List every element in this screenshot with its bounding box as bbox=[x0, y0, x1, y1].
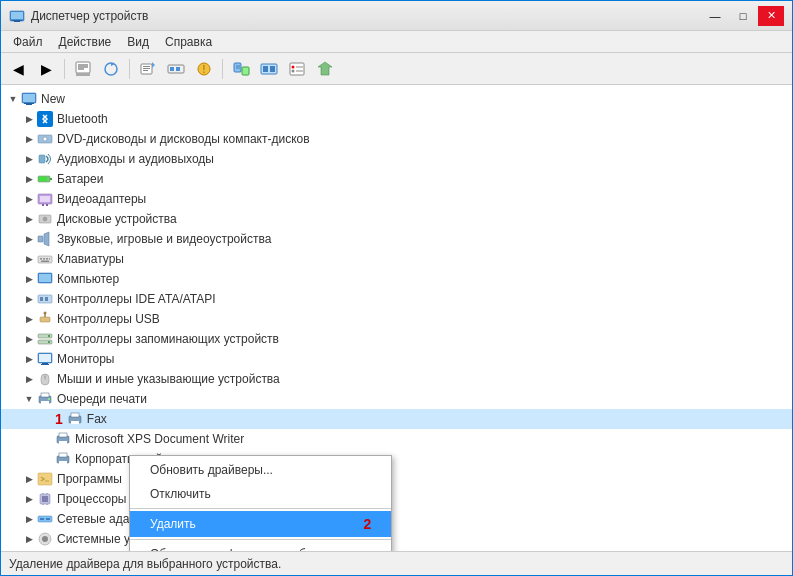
tree-item-disk[interactable]: ▶ Дисковые устройства bbox=[1, 209, 792, 229]
tree-item-computer2[interactable]: ▶ Компьютер bbox=[1, 269, 792, 289]
tree-item-battery[interactable]: ▶ Батареи bbox=[1, 169, 792, 189]
svg-rect-97 bbox=[40, 518, 44, 520]
maximize-button[interactable]: □ bbox=[730, 6, 756, 26]
tb-back[interactable]: ◀ bbox=[5, 57, 31, 81]
close-button[interactable]: ✕ bbox=[758, 6, 784, 26]
tree-item-new[interactable]: ▼ New bbox=[1, 89, 792, 109]
label-dvd: DVD-дисководы и дисководы компакт-дисков bbox=[57, 132, 310, 146]
tree-item-dvd[interactable]: ▶ DVD-дисководы и дисководы компакт-диск… bbox=[1, 129, 792, 149]
menu-view[interactable]: Вид bbox=[119, 33, 157, 51]
label-new: New bbox=[41, 92, 65, 106]
svg-rect-86 bbox=[59, 453, 67, 457]
tree-item-net[interactable]: ▶ Сетевые адаптеры bbox=[1, 509, 792, 529]
tb-btn6[interactable] bbox=[284, 57, 310, 81]
tb-btn2[interactable] bbox=[163, 57, 189, 81]
svg-point-66 bbox=[48, 335, 50, 337]
svg-rect-52 bbox=[43, 258, 45, 260]
tree-item-keyboard[interactable]: ▶ Клавиатуры bbox=[1, 249, 792, 269]
tree-item-prog[interactable]: ▶ Программы bbox=[1, 469, 792, 489]
arrow-proc: ▶ bbox=[21, 491, 37, 507]
svg-rect-80 bbox=[71, 413, 79, 417]
ctx-delete[interactable]: Удалить 2 bbox=[130, 511, 391, 537]
svg-rect-41 bbox=[39, 177, 47, 181]
svg-rect-87 bbox=[59, 461, 67, 464]
tb-scan[interactable] bbox=[135, 57, 161, 81]
svg-rect-70 bbox=[42, 363, 48, 364]
tree-item-proc[interactable]: ▶ Процессоры bbox=[1, 489, 792, 509]
tree-item-monitors[interactable]: ▶ Мониторы bbox=[1, 349, 792, 369]
title-bar: Диспетчер устройств — □ ✕ bbox=[1, 1, 792, 31]
sound-icon bbox=[37, 231, 53, 247]
prog-icon bbox=[37, 471, 53, 487]
svg-rect-69 bbox=[39, 354, 51, 362]
svg-rect-25 bbox=[270, 66, 275, 72]
arrow-video: ▶ bbox=[21, 191, 37, 207]
tree-item-microsoft[interactable]: Microsoft XPS Document Writer bbox=[1, 429, 792, 449]
tb-btn5[interactable] bbox=[256, 57, 282, 81]
arrow-battery: ▶ bbox=[21, 171, 37, 187]
arrow-net: ▶ bbox=[21, 511, 37, 527]
tree-item-corp-printer[interactable]: Корпоративный принтер bbox=[1, 449, 792, 469]
ctx-delete-label: Удалить bbox=[150, 517, 196, 531]
tree-item-print-queue[interactable]: ▼ Очереди печати bbox=[1, 389, 792, 409]
tree-item-storage[interactable]: ▶ Контроллеры запоминающих устройств bbox=[1, 329, 792, 349]
svg-rect-34 bbox=[26, 104, 32, 105]
tree-item-video[interactable]: ▶ Видеоадаптеры bbox=[1, 189, 792, 209]
tree-item-audio[interactable]: ▶ Аудиовходы и аудиовыходы bbox=[1, 149, 792, 169]
label-sound: Звуковые, игровые и видеоустройства bbox=[57, 232, 271, 246]
label-keyboard: Клавиатуры bbox=[57, 252, 124, 266]
tree-item-sys[interactable]: ▶ Системные устройства bbox=[1, 529, 792, 549]
tb-forward[interactable]: ▶ bbox=[33, 57, 59, 81]
tree-item-sound[interactable]: ▶ Звуковые, игровые и видеоустройства bbox=[1, 229, 792, 249]
tb-update[interactable] bbox=[98, 57, 124, 81]
svg-rect-2 bbox=[12, 20, 22, 21]
label-disk: Дисковые устройства bbox=[57, 212, 177, 226]
menu-help[interactable]: Справка bbox=[157, 33, 220, 51]
ctx-update-drivers[interactable]: Обновить драйверы... bbox=[130, 458, 391, 482]
label-bluetooth: Bluetooth bbox=[57, 112, 108, 126]
menu-action[interactable]: Действие bbox=[51, 33, 120, 51]
svg-point-48 bbox=[45, 219, 46, 220]
tb-sep2 bbox=[129, 59, 130, 79]
mouse-icon bbox=[37, 371, 53, 387]
svg-point-100 bbox=[42, 536, 48, 542]
svg-rect-45 bbox=[46, 204, 48, 206]
arrow-microsoft bbox=[39, 431, 55, 447]
tree-item-bluetooth[interactable]: ▶ Bluetooth bbox=[1, 109, 792, 129]
svg-rect-11 bbox=[143, 66, 150, 67]
arrow-print-queue: ▼ bbox=[21, 391, 37, 407]
tb-properties[interactable] bbox=[70, 57, 96, 81]
minimize-button[interactable]: — bbox=[702, 6, 728, 26]
tree-item-usb[interactable]: ▶ Контроллеры USB bbox=[1, 309, 792, 329]
svg-rect-15 bbox=[170, 67, 174, 71]
tb-btn7[interactable] bbox=[312, 57, 338, 81]
device-tree[interactable]: ▼ New ▶ bbox=[1, 85, 792, 551]
ctx-disable[interactable]: Отключить bbox=[130, 482, 391, 506]
label-mouse: Мыши и иные указывающие устройства bbox=[57, 372, 280, 386]
arrow-sys: ▶ bbox=[21, 531, 37, 547]
ide-icon bbox=[37, 291, 53, 307]
label-microsoft: Microsoft XPS Document Writer bbox=[75, 432, 244, 446]
ctx-update-config[interactable]: Обновить конфигурацию оборудования bbox=[130, 542, 391, 551]
tree-item-mouse[interactable]: ▶ Мыши и иные указывающие устройства bbox=[1, 369, 792, 389]
svg-rect-13 bbox=[143, 70, 148, 71]
print-queue-icon bbox=[37, 391, 53, 407]
svg-rect-51 bbox=[40, 258, 42, 260]
tb-show-hidden[interactable] bbox=[228, 57, 254, 81]
svg-rect-55 bbox=[41, 261, 49, 263]
tree-item-ide[interactable]: ▶ Контроллеры IDE ATA/ATAPI bbox=[1, 289, 792, 309]
label-computer2: Компьютер bbox=[57, 272, 119, 286]
ctx-sep1 bbox=[130, 508, 391, 509]
svg-point-63 bbox=[44, 312, 47, 315]
menu-file[interactable]: Файл bbox=[5, 33, 51, 51]
arrow-computer2: ▶ bbox=[21, 271, 37, 287]
tree-item-dev[interactable]: ▶ Устройства bbox=[1, 549, 792, 551]
svg-rect-20 bbox=[242, 67, 249, 75]
label-video: Видеоадаптеры bbox=[57, 192, 146, 206]
svg-rect-38 bbox=[39, 155, 45, 163]
bluetooth-icon bbox=[37, 111, 53, 127]
computer2-icon bbox=[37, 271, 53, 287]
svg-rect-61 bbox=[40, 317, 50, 322]
tree-item-fax[interactable]: 1 Fax bbox=[1, 409, 792, 429]
tb-btn3[interactable]: ! bbox=[191, 57, 217, 81]
